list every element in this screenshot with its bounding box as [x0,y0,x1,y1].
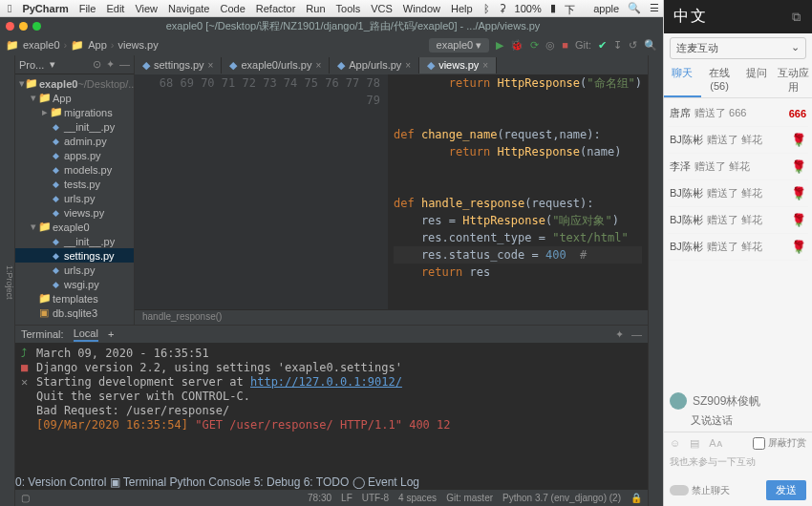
menu-tools[interactable]: Tools [336,3,361,14]
run-config-select[interactable]: exaple0 ▾ [429,38,490,53]
close-tab-icon[interactable]: × [208,60,214,71]
terminal-tab[interactable]: Local [74,327,98,342]
terminal-gear-icon[interactable]: ✦ [615,328,624,341]
terminal-output[interactable]: March 09, 2020 - 16:35:51 Django version… [36,347,451,472]
terminal-panel[interactable]: Terminal: Local + ✦ — ⤴ ■ ✕ March 09, 20… [15,325,648,475]
tab-online[interactable]: 在线(56) [701,63,738,97]
lock-icon[interactable]: 🔒 [630,493,642,503]
menu-refactor[interactable]: Refactor [256,3,296,14]
terminal-tool-button[interactable]: ▣ Terminal [110,475,166,489]
image-icon[interactable]: ▤ [690,437,699,450]
debug-button[interactable]: 🐞 [510,39,524,52]
tree-item[interactable]: ◆models.py [15,162,134,177]
line-separator[interactable]: LF [341,493,353,503]
tree-item[interactable]: ▸📁migrations [15,105,134,119]
menu-file[interactable]: File [79,3,96,14]
tree-item[interactable]: ◆wsgi.py [15,277,134,291]
menu-code[interactable]: Code [220,3,245,14]
editor[interactable]: 68 69 70 71 72 73 74 75 76 77 78 79 retu… [135,74,648,309]
tree-item[interactable]: ◆tests.py [15,177,134,191]
close-tab-icon[interactable]: × [482,60,488,71]
app-name[interactable]: PyCharm [22,3,68,14]
chat-placeholder[interactable]: 我也来参与一下互动 [664,453,812,474]
tree-item[interactable]: ▾📁exaple0 ~/Desktop/... [15,76,134,91]
project-tool-button[interactable]: 1:Project [5,265,14,300]
run-button[interactable]: ▶ [496,39,503,52]
breadcrumb[interactable]: App [88,39,107,51]
editor-content[interactable]: return HttpResponse("命名组") def change_na… [388,74,648,309]
editor-tab[interactable]: ◆settings.py× [135,57,222,74]
run-coverage-icon[interactable]: ⟳ [530,39,539,52]
stop-terminal-icon[interactable]: ■ [21,361,36,375]
chat-tabs[interactable]: 聊天 在线(56) 提问 互动应用 [664,63,812,98]
close-tab-icon[interactable]: × [405,60,411,71]
tree-item[interactable]: ◆settings.py [15,248,134,263]
tab-chat[interactable]: 聊天 [664,63,701,97]
git-update-icon[interactable]: ✔ [598,39,607,52]
indent[interactable]: 4 spaces [398,493,437,503]
terminal-hide-icon[interactable]: — [631,328,642,341]
tree-hide-icon[interactable]: — [119,58,130,71]
tree-item[interactable]: ▾📁App [15,91,134,105]
tree-item[interactable]: ◆urls.py [15,263,134,277]
font-icon[interactable]: Aᴀ [709,437,722,450]
menu-window[interactable]: Window [403,3,440,14]
menu-edit[interactable]: Edit [106,3,124,14]
python-console-tool-button[interactable]: Python Console [170,475,251,489]
tree-item[interactable]: ◆views.py [15,205,134,220]
git-branch[interactable]: Git: master [446,493,493,503]
maximize-icon[interactable] [32,22,41,31]
tree-gear-icon[interactable]: ✦ [106,58,115,71]
close-tab-icon[interactable]: × [315,60,321,71]
menu-view[interactable]: View [135,3,158,14]
tree-item[interactable]: ◆apps.py [15,148,134,162]
menu-help[interactable]: Help [451,3,473,14]
event-log-button[interactable]: ◯ Event Log [353,475,419,489]
git-push-icon[interactable]: ↺ [629,39,637,52]
project-tree[interactable]: Pro...▾ ⊙ ✦ — ▾📁exaple0 ~/Desktop/...▾📁A… [15,55,135,325]
git-commit-icon[interactable]: ↧ [613,39,622,52]
caret-position[interactable]: 78:30 [308,493,331,503]
user-name[interactable]: apple [593,3,619,14]
tree-item[interactable]: ▾📁exaple0 [15,220,134,234]
project-view-label[interactable]: Pro... [19,59,44,71]
tree-item[interactable]: ▣db.sqlite3 [15,306,134,320]
tree-item[interactable]: ◆urls.py [15,191,134,205]
tree-item[interactable]: ◆admin.py [15,134,134,148]
shield-checkbox[interactable] [753,437,765,450]
encoding[interactable]: UTF-8 [362,493,389,503]
minimize-icon[interactable] [19,22,28,31]
send-button[interactable]: 发送 [766,480,806,500]
editor-breadcrumb[interactable]: handle_response() [135,309,648,325]
menu-navigate[interactable]: Navigate [168,3,209,14]
tab-question[interactable]: 提问 [738,63,776,97]
right-tool-stripe[interactable] [648,55,663,506]
chat-group-select[interactable]: 连麦互动⌄ [670,37,806,59]
emoji-icon[interactable]: ☺ [670,437,680,449]
menu-vcs[interactable]: VCS [371,3,393,14]
debug-tool-button[interactable]: 5: Debug [254,475,301,489]
wifi-icon[interactable]: ⚳ [499,2,506,14]
tree-settings-icon[interactable]: ⊙ [93,58,101,71]
todo-tool-button[interactable]: 6: TODO [304,475,350,489]
toggle-forbid[interactable] [670,485,689,495]
tree-item[interactable]: ◆__init__.py [15,234,134,248]
bottom-tool-stripe[interactable]: 0: Version Control ▣ Terminal Python Con… [15,475,648,489]
search-icon[interactable]: 🔍 [644,39,657,52]
stop-button[interactable]: ■ [562,39,568,51]
close-icon[interactable] [6,22,14,31]
left-tool-stripe[interactable]: 1:Project [0,55,15,506]
add-terminal-icon[interactable]: + [108,328,114,340]
editor-tab[interactable]: ◆exaple0/urls.py× [222,57,330,74]
rerun-icon[interactable]: ⤴ [21,347,36,361]
menu-run[interactable]: Run [306,3,325,14]
chat-feed[interactable]: 唐席 赠送了 666666BJ陈彬 赠送了 鲜花🌹李泽 赠送了 鲜花🌹BJ陈彬 … [664,98,812,389]
vcs-tool-button[interactable]: 0: Version Control [15,475,106,489]
apple-icon[interactable]:  [8,2,11,15]
tree-item[interactable]: ◆__init__.py [15,119,134,134]
editor-tab[interactable]: ◆views.py× [419,57,497,74]
bluetooth-icon[interactable]: ᛒ [483,3,490,14]
tree-item[interactable]: 📁templates [15,291,134,306]
close-terminal-icon[interactable]: ✕ [21,375,36,390]
editor-tab[interactable]: ◆App/urls.py× [330,57,419,74]
